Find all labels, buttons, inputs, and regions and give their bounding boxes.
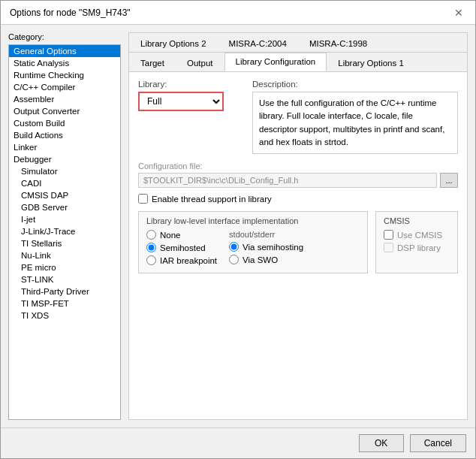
sidebar-item-cpp-compiler[interactable]: C/C++ Compiler (9, 81, 120, 93)
sidebar-item-static-analysis[interactable]: Static Analysis (9, 57, 120, 69)
sidebar-item-simulator[interactable]: Simulator (9, 165, 120, 177)
sidebar-item-ti-msp-fet[interactable]: TI MSP-FET (9, 297, 120, 310)
main-panel: Library Options 2MISRA-C:2004MISRA-C:199… (128, 32, 468, 420)
sidebar-item-jlink-jtrace[interactable]: J-Link/J-Trace (9, 225, 120, 237)
config-file-input[interactable] (138, 173, 437, 188)
impl-none-radio[interactable] (146, 230, 156, 240)
impl-columns: None Semihosted IAR breakpoint (146, 230, 360, 268)
impl-right-col: stdout/stderr Via semihosting Via SWO (229, 230, 303, 268)
impl-iar-radio[interactable] (146, 255, 156, 265)
dialog-title: Options for node "SM9_H743" (10, 8, 131, 18)
sidebar-item-runtime-checking[interactable]: Runtime Checking (9, 69, 120, 81)
config-input-row: ... (138, 173, 458, 188)
dialog-footer: OK Cancel (1, 427, 475, 458)
sidebar-item-nu-link[interactable]: Nu-Link (9, 249, 120, 261)
via-semihosting-label: Via semihosting (243, 243, 303, 252)
dialog-body: Category: General OptionsStatic Analysis… (1, 25, 475, 427)
impl-left-col: None Semihosted IAR breakpoint (146, 230, 217, 268)
config-file-label: Configuration file: (138, 162, 458, 171)
sidebar-item-assembler[interactable]: Assembler (9, 93, 120, 105)
thread-support-label: Enable thread support in library (152, 195, 272, 204)
impl-iar-label: IAR breakpoint (160, 256, 217, 265)
tabs-row-2: TargetOutputLibrary ConfigurationLibrary… (129, 53, 467, 72)
via-semihosting-radio[interactable] (229, 242, 239, 252)
tab-output[interactable]: Output (176, 54, 224, 71)
sidebar-item-pe-micro[interactable]: PE micro (9, 261, 120, 273)
cmsis-box: CMSIS Use CMSIS DSP library (375, 211, 458, 273)
sidebar-item-i-jet[interactable]: I-jet (9, 213, 120, 225)
title-bar: Options for node "SM9_H743" ✕ (1, 1, 475, 25)
browse-button[interactable]: ... (440, 173, 458, 188)
sidebar-item-general-options[interactable]: General Options (9, 45, 120, 57)
impl-section-label: Library low-level interface implementati… (146, 216, 360, 225)
impl-cmsis-row: Library low-level interface implementati… (138, 211, 458, 273)
impl-box: Library low-level interface implementati… (138, 211, 368, 273)
dsp-library-row: DSP library (384, 243, 450, 252)
impl-iar-row: IAR breakpoint (146, 255, 217, 265)
description-text: Use the full configuration of the C/C++ … (252, 92, 458, 154)
impl-semihosted-radio[interactable] (146, 243, 156, 252)
stdout-label: stdout/stderr (229, 230, 303, 239)
sidebar-item-gdb-server[interactable]: GDB Server (9, 201, 120, 213)
thread-support-row: Enable thread support in library (138, 194, 458, 204)
cancel-button[interactable]: Cancel (410, 434, 466, 452)
use-cmsis-checkbox[interactable] (384, 230, 393, 240)
sidebar-item-cmsis-dap[interactable]: CMSIS DAP (9, 189, 120, 201)
tab-lib-options-2[interactable]: Library Options 2 (129, 35, 218, 52)
use-cmsis-label: Use CMSIS (397, 231, 442, 240)
close-button[interactable]: ✕ (451, 6, 466, 20)
tab-misra-1998[interactable]: MISRA-C:1998 (298, 35, 378, 52)
sidebar-item-st-link[interactable]: ST-LINK (9, 273, 120, 285)
library-label: Library: (138, 80, 243, 89)
description-section: Description: Use the full configuration … (252, 80, 458, 154)
library-section: Library: FullNormalNone (138, 80, 243, 154)
impl-none-label: None (160, 231, 181, 240)
library-description-row: Library: FullNormalNone Description: Use… (138, 80, 458, 154)
via-swo-row: Via SWO (229, 255, 303, 264)
sidebar-item-output-converter[interactable]: Output Converter (9, 105, 120, 117)
dsp-library-checkbox[interactable] (384, 243, 393, 252)
impl-none-row: None (146, 230, 217, 240)
via-semihosting-row: Via semihosting (229, 242, 303, 252)
tabs-row-1: Library Options 2MISRA-C:2004MISRA-C:199… (129, 33, 467, 53)
sidebar-item-ti-xds[interactable]: TI XDS (9, 310, 120, 322)
tab-content: Library: FullNormalNone Description: Use… (129, 72, 467, 419)
tab-target[interactable]: Target (129, 54, 176, 71)
library-select[interactable]: FullNormalNone (140, 93, 222, 110)
dsp-library-label: DSP library (397, 243, 441, 252)
config-file-row: Configuration file: ... (138, 162, 458, 188)
sidebar: Category: General OptionsStatic Analysis… (8, 32, 121, 420)
use-cmsis-row: Use CMSIS (384, 230, 450, 240)
via-swo-label: Via SWO (243, 255, 278, 264)
library-select-wrapper: FullNormalNone (138, 92, 224, 111)
sidebar-item-build-actions[interactable]: Build Actions (9, 129, 120, 141)
sidebar-item-ti-stellaris[interactable]: TI Stellaris (9, 237, 120, 249)
tab-lib-options-1[interactable]: Library Options 1 (327, 54, 415, 71)
tab-misra-2004[interactable]: MISRA-C:2004 (218, 35, 298, 52)
dialog: Options for node "SM9_H743" ✕ Category: … (0, 0, 476, 459)
description-label: Description: (252, 80, 458, 89)
cmsis-label: CMSIS (384, 216, 450, 225)
via-swo-radio[interactable] (229, 255, 239, 264)
sidebar-item-debugger[interactable]: Debugger (9, 153, 120, 165)
sidebar-item-linker[interactable]: Linker (9, 141, 120, 153)
tab-lib-config[interactable]: Library Configuration (224, 53, 327, 71)
category-label: Category: (8, 32, 121, 41)
sidebar-item-custom-build[interactable]: Custom Build (9, 117, 120, 129)
sidebar-list: General OptionsStatic AnalysisRuntime Ch… (8, 44, 121, 420)
sidebar-item-third-party-driver[interactable]: Third-Party Driver (9, 285, 120, 297)
impl-semihosted-row: Semihosted (146, 243, 217, 252)
ok-button[interactable]: OK (359, 434, 404, 452)
sidebar-item-cadi[interactable]: CADI (9, 177, 120, 189)
impl-semihosted-label: Semihosted (160, 243, 206, 252)
thread-support-checkbox[interactable] (138, 194, 148, 204)
